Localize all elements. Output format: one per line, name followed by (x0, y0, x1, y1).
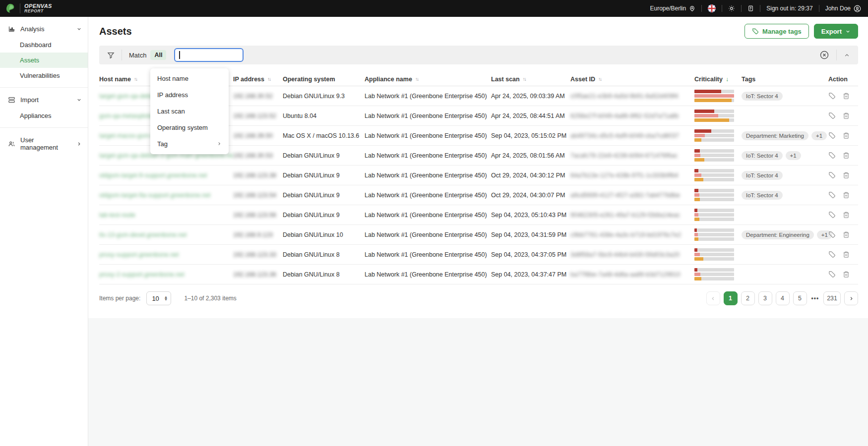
row-tag-icon[interactable] (828, 231, 836, 238)
sort-icon[interactable]: ↑↓ (134, 76, 137, 82)
sidebar-import-label: Import (20, 96, 71, 104)
row-delete-icon[interactable] (843, 211, 850, 219)
row-delete-icon[interactable] (843, 92, 850, 100)
tag-chip[interactable]: IoT: Sector 4 (742, 151, 783, 160)
page-button-231[interactable]: 231 (823, 291, 841, 305)
filter-funnel-icon[interactable] (103, 52, 119, 59)
page-button-4[interactable]: 4 (776, 291, 790, 305)
criticality-bar-track (694, 257, 734, 261)
row-delete-icon[interactable] (843, 191, 850, 199)
row-delete-icon[interactable] (843, 251, 850, 258)
filter-search-input[interactable] (174, 48, 244, 62)
host-name-link[interactable]: proxy-support.greenbone.net (99, 251, 233, 258)
manage-tags-button[interactable]: Manage tags (744, 24, 809, 39)
sidebar-group-user-management[interactable]: User management (0, 132, 88, 156)
tag-chip[interactable]: Department: Engineering (742, 230, 814, 239)
table-row: proxy-support.greenbone.net192.168.123.3… (99, 245, 858, 265)
row-tag-icon[interactable] (828, 112, 836, 119)
language-flag-icon[interactable] (708, 4, 716, 12)
criticality-bar-track (694, 209, 734, 212)
prev-page-button[interactable] (706, 291, 720, 305)
column-header-label: IP address (233, 76, 264, 83)
sort-icon[interactable]: ↑↓ (598, 76, 601, 82)
collapse-filter-chevron-up-icon[interactable] (840, 52, 854, 58)
tag-overflow-chip[interactable]: +1 (786, 151, 801, 160)
host-name-link[interactable]: proxy-2-support.greenbone.net (99, 271, 233, 278)
criticality-bar-track (694, 90, 734, 93)
next-page-button[interactable] (844, 291, 858, 305)
match-mode-chip[interactable]: All (150, 50, 166, 60)
row-tag-icon[interactable] (828, 191, 836, 199)
row-delete-icon[interactable] (843, 152, 850, 159)
clear-filter-icon[interactable] (815, 50, 833, 60)
tag-chip[interactable]: IoT: Sector 4 (742, 171, 783, 180)
criticality-bar-fill (694, 129, 711, 133)
criticality-bar-track (694, 268, 734, 272)
row-delete-icon[interactable] (843, 271, 850, 278)
action-cell (828, 152, 858, 159)
row-tag-icon[interactable] (828, 132, 836, 139)
operating-system-cell: Ubuntu 8.04 (283, 112, 365, 119)
page-button-2[interactable]: 2 (741, 291, 755, 305)
row-tag-icon[interactable] (828, 152, 836, 159)
dropdown-item-host-name[interactable]: Host name (150, 70, 229, 87)
column-header-label: Asset ID (570, 76, 595, 83)
sidebar-divider (0, 87, 88, 88)
report-doc-icon[interactable] (747, 5, 754, 12)
row-delete-icon[interactable] (843, 132, 850, 139)
host-name-link[interactable]: oldgsm-target-9-support.greenbone.net (99, 172, 233, 179)
dropdown-item-label: Last scan (157, 108, 185, 115)
user-menu[interactable]: John Doe (825, 5, 861, 12)
sidebar-group-analysis[interactable]: Analysis (0, 21, 88, 37)
tag-chip[interactable]: Department: Marketing (742, 131, 808, 140)
sort-icon[interactable]: ↑↓ (415, 76, 418, 82)
appliance-name-cell: Lab Network #1 (Greenbone Enterprise 450… (365, 132, 491, 139)
tag-chip[interactable]: IoT: Sector 4 (742, 92, 783, 101)
dropdown-item-last-scan[interactable]: Last scan (150, 103, 229, 119)
host-name-link[interactable]: lab-test-node (99, 212, 233, 219)
ip-address-cell: 192.168.30.52 (233, 93, 283, 100)
row-delete-icon[interactable] (843, 171, 850, 179)
sidebar-item-appliances[interactable]: Appliances (0, 108, 88, 123)
items-per-page-select[interactable]: 10 ▲▼ (146, 291, 171, 305)
criticality-bar-fill (694, 248, 697, 252)
row-delete-icon[interactable] (843, 112, 850, 119)
sidebar-item-dashboard[interactable]: Dashboard (0, 37, 88, 53)
row-tag-icon[interactable] (828, 211, 836, 219)
dropdown-item-ip-address[interactable]: IP address (150, 87, 229, 103)
host-name-link[interactable]: oldgsm-target-9a-support.greenbone.net (99, 192, 233, 199)
criticality-cell (694, 129, 742, 142)
sidebar-group-import[interactable]: Import (0, 92, 88, 108)
row-tag-icon[interactable] (828, 271, 836, 278)
timezone-selector[interactable]: Europe/Berlin (650, 5, 696, 12)
sidebar-item-vulnerabilities[interactable]: Vulnerabilities (0, 68, 88, 83)
criticality-bars (694, 268, 734, 280)
export-button[interactable]: Export (814, 24, 858, 39)
host-name-link[interactable]: tls-13-gsm-devel.greenbone.net (99, 231, 233, 238)
theme-sun-icon[interactable] (728, 5, 735, 12)
page-header: Assets Manage tags Export (99, 23, 858, 40)
criticality-cell (694, 149, 742, 162)
row-delete-icon[interactable] (843, 231, 850, 238)
criticality-bar-track (694, 134, 734, 137)
tag-chip[interactable]: IoT: Sector 4 (742, 191, 783, 200)
sort-desc-icon[interactable]: ↓ (726, 76, 729, 83)
appliance-name-cell: Lab Network #1 (Greenbone Enterprise 450… (365, 251, 491, 258)
page-button-1[interactable]: 1 (724, 291, 738, 305)
page-button-5[interactable]: 5 (793, 291, 807, 305)
row-tag-icon[interactable] (828, 92, 836, 100)
tag-overflow-chip[interactable]: +1 (811, 131, 827, 140)
filter-field-dropdown: Host nameIP addressLast scanOperating sy… (150, 68, 229, 154)
criticality-bar-track (694, 158, 734, 162)
row-tag-icon[interactable] (828, 171, 836, 179)
dropdown-item-operating-system[interactable]: Operating system (150, 119, 229, 136)
sort-icon[interactable]: ↑↓ (267, 76, 270, 82)
dropdown-item-tag[interactable]: Tag (150, 136, 229, 152)
items-per-page-label: Items per page: (99, 295, 140, 302)
table-row: oldgsm-target-9a-support.greenbone.net19… (99, 185, 858, 205)
page-button-3[interactable]: 3 (758, 291, 772, 305)
row-tag-icon[interactable] (828, 251, 836, 258)
sidebar-item-assets[interactable]: Assets (0, 53, 88, 68)
signout-timer[interactable]: Sign out in: 29:37 (766, 5, 812, 12)
sort-icon[interactable]: ↑↓ (523, 76, 526, 82)
